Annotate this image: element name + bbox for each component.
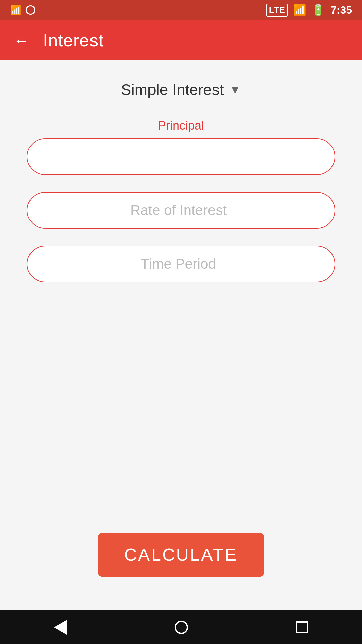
back-arrow-icon: ← xyxy=(13,31,29,50)
nav-back-icon xyxy=(54,620,67,635)
clock: 7:35 xyxy=(330,4,352,16)
dropdown-label: Simple Interest xyxy=(121,80,224,99)
back-button[interactable]: ← xyxy=(13,31,29,50)
page-title: Interest xyxy=(43,30,104,50)
calculate-button[interactable]: CALCULATE xyxy=(98,533,264,577)
interest-type-dropdown[interactable]: Simple Interest ▼ xyxy=(121,80,241,99)
status-left: 📶 xyxy=(10,5,35,16)
rate-field-group xyxy=(27,192,335,229)
status-bar: 📶 LTE 📶 🔋 7:35 xyxy=(0,0,362,20)
time-period-field-group xyxy=(27,246,335,282)
main-content: Simple Interest ▼ Principal CALCULATE xyxy=(0,60,362,610)
nav-home-button[interactable] xyxy=(175,621,188,634)
lte-icon: LTE xyxy=(266,4,288,17)
status-right: LTE 📶 🔋 7:35 xyxy=(266,4,352,17)
principal-label: Principal xyxy=(27,119,335,133)
nav-back-button[interactable] xyxy=(54,620,67,635)
principal-field-group: Principal xyxy=(27,119,335,175)
bottom-nav xyxy=(0,610,362,644)
time-period-input[interactable] xyxy=(27,246,335,282)
chevron-down-icon: ▼ xyxy=(229,83,241,97)
app-bar: ← Interest xyxy=(0,20,362,60)
battery-icon: 🔋 xyxy=(312,4,325,16)
nav-recent-button[interactable] xyxy=(296,621,308,633)
nav-home-icon xyxy=(175,621,188,634)
wifi-icon: 📶 xyxy=(10,5,22,16)
signal-icon: 📶 xyxy=(293,4,306,16)
principal-input[interactable] xyxy=(27,138,335,175)
rate-of-interest-input[interactable] xyxy=(27,192,335,229)
nav-recent-icon xyxy=(296,621,308,633)
notification-icon xyxy=(26,5,35,15)
